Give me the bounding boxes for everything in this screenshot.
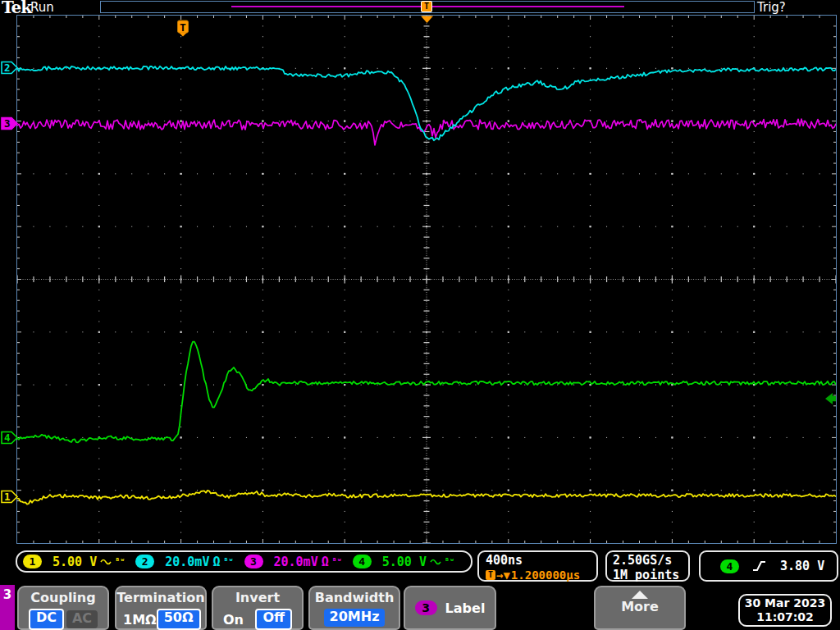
trigger-source-badge: 4 (720, 559, 739, 573)
sine-icon (430, 558, 441, 566)
oscilloscope-screen: Tek Run T Trig? T 2 3 4 1 (0, 0, 840, 630)
sample-rate: 2.50GS/s (613, 553, 688, 568)
datetime-display: 30 Mar 2023 11:07:02 (738, 594, 832, 627)
bandwidth-limit-indicator: ᴮʷ (332, 557, 342, 566)
time: 11:07:02 (756, 610, 814, 624)
invert-off-option[interactable]: Off (255, 609, 292, 630)
svg-text:T: T (180, 21, 186, 34)
acquisition-readout: 2.50GS/s 1M points (605, 550, 690, 582)
sine-icon (100, 558, 112, 566)
trigger-t-icon: T (486, 570, 495, 580)
svg-text:3: 3 (4, 117, 11, 130)
more-title: More (596, 599, 684, 614)
bandwidth-limit-indicator: ᴮʷ (445, 557, 454, 566)
record-preview-bar: T (100, 1, 755, 13)
bandwidth-button[interactable]: Bandwidth 20MHz (308, 586, 400, 630)
coupling-button[interactable]: Coupling DC AC (17, 586, 109, 630)
channel3-badge: 3 (244, 555, 263, 568)
channel1-ground-marker[interactable]: 1 (1, 490, 19, 504)
channel3-ground-marker[interactable]: 3 (1, 116, 19, 130)
coupling-ac-option[interactable]: AC (66, 610, 98, 628)
more-button[interactable]: More (594, 586, 686, 630)
svg-text:1: 1 (4, 491, 11, 503)
svg-text:4: 4 (4, 431, 11, 444)
channel-readouts: 1 5.00 V ᴮʷ 2 20.0mVΩ ᴮʷ 3 20.0mVΩ ᴮʷ 4 … (16, 550, 472, 573)
record-trigger-flag-icon: T (421, 1, 432, 12)
channel4-scale: 5.00 V ᴮʷ (382, 555, 454, 569)
date: 30 Mar 2023 (745, 596, 825, 610)
channel2-scale: 20.0mVΩ ᴮʷ (165, 555, 233, 569)
record-length: 1M points (613, 568, 688, 582)
graticule: T (16, 15, 837, 544)
bandwidth-limit-indicator: ᴮʷ (115, 557, 125, 566)
expansion-point-marker (421, 16, 433, 24)
rising-edge-icon (752, 559, 767, 573)
bandwidth-limit-indicator: ᴮʷ (223, 557, 233, 566)
channel4-ground-marker[interactable]: 4 (1, 431, 19, 445)
label-channel-badge: 3 (415, 600, 437, 615)
termination-50ohm-option[interactable]: 50Ω (157, 609, 201, 630)
delay-value: 1.200000µs (511, 568, 580, 582)
termination-title: Termination (116, 590, 205, 605)
invert-title: Invert (213, 590, 302, 605)
delay-readout: T →▼ 1.200000µs (486, 568, 596, 582)
channel1-scale: 5.00 V ᴮʷ (52, 555, 125, 569)
label-button[interactable]: 3 Label (404, 586, 496, 630)
coupling-title: Coupling (19, 590, 107, 605)
timebase-readout: 400ns T →▼ 1.200000µs (477, 550, 598, 582)
trigger-point-icon: T (178, 21, 189, 37)
label-title: Label (445, 600, 486, 616)
channel1-badge: 1 (23, 555, 42, 568)
svg-text:2: 2 (4, 62, 11, 74)
termination-button[interactable]: Termination 1MΩ 50Ω (115, 586, 207, 630)
timebase-scale: 400ns (486, 553, 596, 568)
bandwidth-value[interactable]: 20MHz (324, 609, 386, 627)
trigger-status: Trig? (757, 0, 786, 15)
channel2-badge: 2 (135, 555, 154, 568)
bandwidth-title: Bandwidth (310, 590, 399, 605)
trigger-readout: 4 3.80 V (699, 550, 838, 582)
coupling-dc-option[interactable]: DC (29, 609, 64, 630)
invert-on-option[interactable]: On (223, 612, 244, 628)
invert-button[interactable]: Invert On Off (212, 586, 304, 630)
more-up-arrow-icon (632, 591, 648, 599)
acquisition-status: Run (30, 0, 54, 15)
channel4-badge: 4 (353, 555, 372, 568)
trigger-level-arrow[interactable] (825, 393, 836, 404)
channel2-ground-marker[interactable]: 2 (1, 61, 19, 75)
trigger-level-value: 3.80 V (780, 559, 824, 573)
delay-arrows: →▼ (496, 568, 510, 582)
grid-dots (17, 16, 836, 543)
termination-1meg-option[interactable]: 1MΩ (123, 612, 157, 628)
channel3-scale: 20.0mVΩ ᴮʷ (274, 555, 342, 569)
active-channel-tab[interactable]: 3 (0, 585, 15, 630)
